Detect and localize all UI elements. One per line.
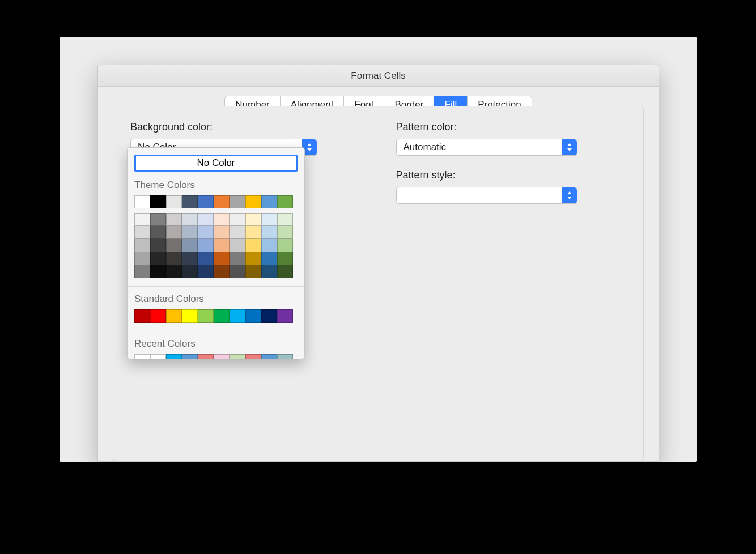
theme-color-row xyxy=(134,195,298,208)
color-swatch[interactable] xyxy=(261,309,277,323)
pattern-style-label: Pattern style: xyxy=(396,169,627,181)
color-swatch[interactable] xyxy=(261,252,277,265)
color-swatch[interactable] xyxy=(134,309,150,323)
color-swatch[interactable] xyxy=(134,265,150,278)
color-swatch[interactable] xyxy=(277,195,293,208)
color-swatch[interactable] xyxy=(214,354,230,359)
recent-colors-label: Recent Colors xyxy=(134,338,298,350)
color-swatch[interactable] xyxy=(245,226,261,239)
color-swatch[interactable] xyxy=(134,213,150,226)
pattern-color-select[interactable]: Automatic xyxy=(396,139,577,156)
color-swatch[interactable] xyxy=(245,354,261,359)
theme-shade-grid xyxy=(134,213,298,278)
color-swatch[interactable] xyxy=(245,213,261,226)
color-swatch[interactable] xyxy=(134,252,150,265)
color-swatch[interactable] xyxy=(166,309,182,323)
pattern-style-select[interactable] xyxy=(396,187,577,204)
color-swatch[interactable] xyxy=(182,354,198,359)
color-swatch[interactable] xyxy=(198,354,214,359)
color-swatch[interactable] xyxy=(277,354,293,359)
color-swatch[interactable] xyxy=(245,252,261,265)
color-swatch[interactable] xyxy=(182,252,198,265)
color-swatch[interactable] xyxy=(245,195,261,208)
standard-colors-label: Standard Colors xyxy=(134,293,298,305)
color-swatch[interactable] xyxy=(150,213,166,226)
color-swatch[interactable] xyxy=(166,354,182,359)
color-swatch[interactable] xyxy=(198,195,214,208)
color-swatch[interactable] xyxy=(214,265,230,278)
chevron-down-icon xyxy=(562,139,577,155)
color-swatch[interactable] xyxy=(277,309,293,323)
color-swatch[interactable] xyxy=(214,252,230,265)
color-picker-popover: No Color Theme Colors Standard Colors Re… xyxy=(127,147,305,359)
color-swatch[interactable] xyxy=(134,195,150,208)
color-swatch[interactable] xyxy=(261,213,277,226)
color-swatch[interactable] xyxy=(214,226,230,239)
color-swatch[interactable] xyxy=(182,265,198,278)
color-swatch[interactable] xyxy=(277,226,293,239)
color-swatch[interactable] xyxy=(182,226,198,239)
color-swatch[interactable] xyxy=(261,195,277,208)
color-swatch[interactable] xyxy=(230,309,245,323)
color-swatch[interactable] xyxy=(277,265,293,278)
color-swatch[interactable] xyxy=(198,309,214,323)
color-swatch[interactable] xyxy=(182,195,198,208)
color-swatch[interactable] xyxy=(166,265,182,278)
color-swatch[interactable] xyxy=(230,213,245,226)
fill-pane: Background color: No Color S No Color Th… xyxy=(113,106,644,461)
color-swatch[interactable] xyxy=(198,213,214,226)
color-swatch[interactable] xyxy=(150,265,166,278)
color-swatch[interactable] xyxy=(166,252,182,265)
color-swatch[interactable] xyxy=(277,239,293,252)
divider xyxy=(128,331,304,331)
color-swatch[interactable] xyxy=(261,354,277,359)
color-swatch[interactable] xyxy=(230,252,245,265)
recent-color-row xyxy=(134,354,298,359)
color-swatch[interactable] xyxy=(230,195,245,208)
color-swatch[interactable] xyxy=(245,309,261,323)
background-color-label: Background color: xyxy=(130,121,362,133)
color-swatch[interactable] xyxy=(277,252,293,265)
color-swatch[interactable] xyxy=(261,265,277,278)
pattern-color-label: Pattern color: xyxy=(396,121,627,133)
color-swatch[interactable] xyxy=(214,309,230,323)
color-swatch[interactable] xyxy=(230,354,245,359)
color-swatch[interactable] xyxy=(198,265,214,278)
color-swatch[interactable] xyxy=(150,239,166,252)
format-cells-window: Format Cells Number Alignment Font Borde… xyxy=(97,65,659,462)
color-swatch[interactable] xyxy=(198,226,214,239)
color-swatch[interactable] xyxy=(198,239,214,252)
color-swatch[interactable] xyxy=(150,354,166,359)
color-swatch[interactable] xyxy=(134,239,150,252)
color-swatch[interactable] xyxy=(245,239,261,252)
color-swatch[interactable] xyxy=(230,226,245,239)
color-swatch[interactable] xyxy=(230,239,245,252)
no-color-button[interactable]: No Color xyxy=(134,155,298,172)
color-swatch[interactable] xyxy=(230,265,245,278)
color-swatch[interactable] xyxy=(261,239,277,252)
color-swatch[interactable] xyxy=(134,354,150,359)
color-swatch[interactable] xyxy=(214,195,230,208)
color-swatch[interactable] xyxy=(166,226,182,239)
color-swatch[interactable] xyxy=(150,195,166,208)
chevron-down-icon xyxy=(562,187,577,203)
color-swatch[interactable] xyxy=(150,226,166,239)
color-swatch[interactable] xyxy=(245,265,261,278)
standard-color-row xyxy=(134,309,298,323)
color-swatch[interactable] xyxy=(182,213,198,226)
color-swatch[interactable] xyxy=(182,309,198,323)
color-swatch[interactable] xyxy=(261,226,277,239)
color-swatch[interactable] xyxy=(150,309,166,323)
color-swatch[interactable] xyxy=(214,239,230,252)
color-swatch[interactable] xyxy=(150,252,166,265)
color-swatch[interactable] xyxy=(166,213,182,226)
color-swatch[interactable] xyxy=(277,213,293,226)
color-swatch[interactable] xyxy=(198,252,214,265)
color-swatch[interactable] xyxy=(182,239,198,252)
color-swatch[interactable] xyxy=(166,239,182,252)
color-swatch[interactable] xyxy=(134,226,150,239)
color-swatch[interactable] xyxy=(214,213,230,226)
color-swatch[interactable] xyxy=(166,195,182,208)
pattern-color-value: Automatic xyxy=(404,142,447,152)
window-title: Format Cells xyxy=(98,65,659,87)
